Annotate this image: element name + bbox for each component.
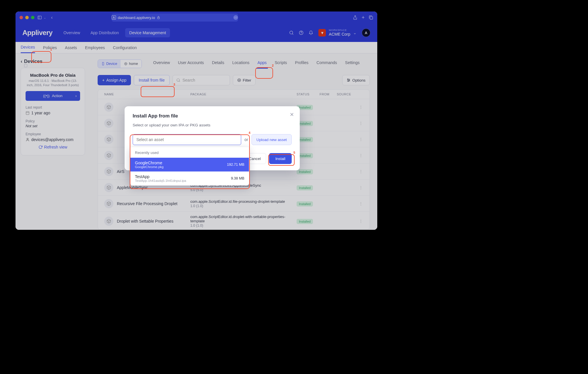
- tab-user-accounts[interactable]: User Accounts: [177, 59, 205, 69]
- refresh-view[interactable]: Refresh view: [26, 145, 80, 149]
- action-button[interactable]: ((•)) Action ›: [26, 91, 80, 101]
- tab-scripts[interactable]: Scripts: [274, 59, 288, 69]
- sidebar: ‹Devices ▢ MacBook Pro de Olaia macOS 11…: [16, 53, 90, 230]
- app-name: Droplet with Settable Properties: [117, 219, 190, 223]
- svg-point-18: [237, 79, 241, 82]
- subnav-assets[interactable]: Assets: [65, 43, 77, 53]
- tab-apps[interactable]: Apps: [256, 59, 268, 69]
- share-icon[interactable]: [353, 15, 357, 20]
- nav-app-distribution[interactable]: App Distribution: [86, 28, 123, 37]
- plus-icon: +: [102, 78, 105, 82]
- logo: Applivery: [22, 29, 53, 37]
- table-row[interactable]: Recursive File Processing Droplet com.ap…: [98, 196, 370, 212]
- svg-point-14: [125, 62, 127, 65]
- help-icon[interactable]: [299, 30, 303, 35]
- search-icon[interactable]: [289, 30, 294, 35]
- lock-icon: [157, 16, 160, 19]
- tab-settings[interactable]: Settings: [344, 59, 361, 69]
- url-text: dashboard.applivery.io: [118, 16, 155, 20]
- svg-rect-12: [102, 62, 104, 65]
- upload-asset-button[interactable]: Upload new asset: [252, 134, 292, 145]
- row-menu-icon[interactable]: ⋮: [357, 169, 365, 174]
- segment-home[interactable]: home: [121, 60, 141, 68]
- svg-rect-9: [26, 111, 29, 115]
- subnav-policies[interactable]: Policies: [43, 43, 57, 53]
- policy-value: Not set: [26, 124, 80, 128]
- chevron-right-icon: ›: [76, 94, 77, 98]
- package-icon: [104, 167, 113, 176]
- package-icon: [104, 135, 113, 144]
- back-icon[interactable]: ‹: [51, 15, 53, 20]
- subnav-configuration[interactable]: Configuration: [113, 43, 137, 53]
- svg-rect-2: [157, 18, 159, 19]
- install-from-file-button[interactable]: Install from file: [134, 75, 169, 85]
- app-name: Recursive File Processing Droplet: [117, 201, 190, 206]
- calendar-icon: [26, 111, 30, 115]
- row-menu-icon[interactable]: ⋮: [357, 153, 365, 158]
- tab-commands[interactable]: Commands: [315, 59, 338, 69]
- back-to-devices[interactable]: ‹Devices: [21, 59, 85, 64]
- window-controls[interactable]: [20, 16, 34, 19]
- dropdown-item[interactable]: TestAppTestApp-1h41asdq5-1h41dnpui.ipa9.…: [130, 171, 249, 185]
- tabs-icon[interactable]: [369, 15, 373, 20]
- svg-line-6: [292, 34, 293, 34]
- tab-details[interactable]: Details: [211, 59, 225, 69]
- status-badge: Installed: [297, 201, 313, 207]
- bell-icon[interactable]: [309, 30, 313, 35]
- modal-subtitle: Select or upload your own IPA or PKG ass…: [133, 123, 292, 127]
- tab-profiles[interactable]: Profiles: [294, 59, 310, 69]
- svg-rect-4: [370, 17, 373, 19]
- dropdown-header: Recently used: [130, 147, 249, 158]
- employee-label: Employee: [26, 132, 80, 136]
- refresh-icon: [38, 145, 42, 149]
- url-bar[interactable]: A dashboard.applivery.io ⋯: [112, 14, 238, 22]
- app-package: com.apple.ScriptEditor.id.droplet-with-s…: [190, 215, 297, 228]
- extensions-icon[interactable]: ⋯: [233, 15, 238, 20]
- assign-app-button[interactable]: +Assign App: [98, 75, 131, 85]
- row-menu-icon[interactable]: ⋮: [357, 185, 365, 190]
- close-icon[interactable]: ✕: [290, 111, 294, 118]
- segment-device[interactable]: Device: [98, 60, 121, 68]
- chevron-left-icon: ‹: [21, 59, 22, 64]
- filter-button[interactable]: Filter: [233, 75, 256, 85]
- filter-icon: [237, 78, 241, 82]
- last-report-value: 1 year ago: [31, 111, 50, 115]
- row-menu-icon[interactable]: ⋮: [357, 137, 365, 142]
- tab-locations[interactable]: Locations: [231, 59, 251, 69]
- package-icon: [104, 183, 113, 192]
- tab-overview[interactable]: Overview: [152, 59, 171, 69]
- new-tab-icon[interactable]: +: [361, 15, 365, 21]
- nav-device-management[interactable]: Device Management: [125, 28, 170, 37]
- row-menu-icon[interactable]: ⋮: [357, 121, 365, 126]
- employee-value: devices@applivery.com: [31, 137, 74, 142]
- modal-title: Install App from file: [133, 113, 292, 119]
- workspace-icon: ▾: [318, 29, 326, 36]
- row-menu-icon[interactable]: ⋮: [357, 105, 365, 109]
- svg-point-23: [349, 80, 349, 80]
- workspace-switcher[interactable]: ▾ WORKSPACE ACME Corp ⌄: [318, 29, 357, 37]
- nav-overview[interactable]: Overview: [59, 28, 84, 37]
- subnav-employees[interactable]: Employees: [85, 43, 105, 53]
- install-button[interactable]: Install: [269, 153, 292, 164]
- last-report-label: Last report: [26, 105, 80, 109]
- workspace-name: ACME Corp: [329, 32, 350, 37]
- device-meta: macOS 11.6.1 · MacBook Pro (13-inch, 201…: [26, 79, 80, 88]
- package-icon: [104, 103, 113, 112]
- sidebar-toggle-icon[interactable]: ⌄: [37, 15, 46, 20]
- package-icon: [104, 119, 113, 128]
- chevron-down-icon: ⌄: [353, 30, 357, 35]
- status-badge: Installed: [297, 169, 313, 174]
- asset-select-input[interactable]: [133, 134, 241, 145]
- app-package: com.apple.ScriptEditor.id.file-processin…: [190, 199, 297, 208]
- row-menu-icon[interactable]: ⋮: [357, 219, 365, 223]
- search-input[interactable]: Search: [173, 75, 230, 85]
- subnav-devices[interactable]: Devices: [21, 42, 35, 53]
- table-row[interactable]: Droplet with Settable Properties com.app…: [98, 212, 370, 230]
- dropdown-item[interactable]: GoogleChromeGoogleChrome.pkg192.71 MB: [130, 158, 249, 171]
- search-placeholder: Search: [183, 78, 195, 82]
- col-from: FROM: [320, 92, 337, 96]
- row-menu-icon[interactable]: ⋮: [357, 201, 365, 206]
- col-name: NAME: [104, 92, 190, 96]
- avatar[interactable]: A: [362, 28, 370, 37]
- options-button[interactable]: Options: [342, 75, 370, 85]
